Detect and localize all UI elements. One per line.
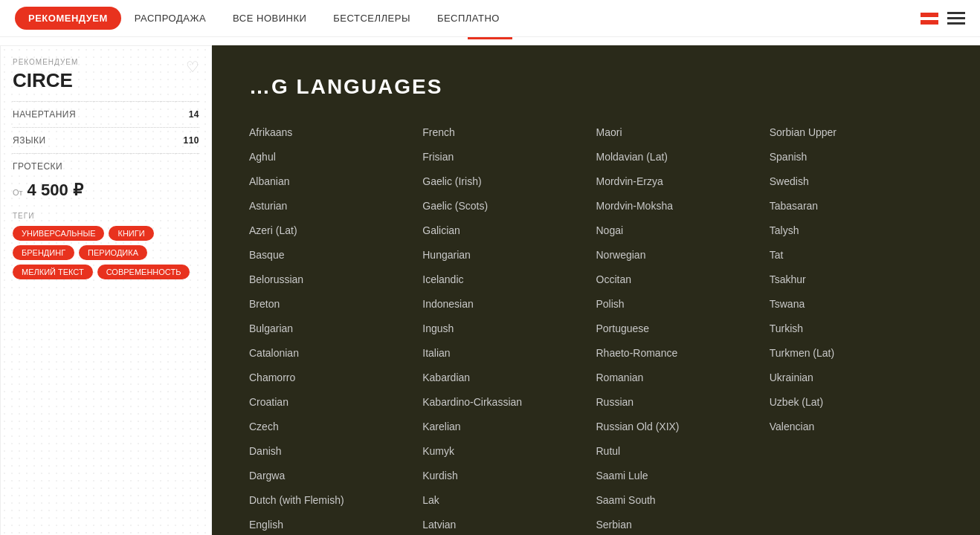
svg-rect-0 [921,13,938,17]
new-button[interactable]: ВСЕ НОВИНКИ [219,7,320,30]
language-item: Latvian [422,513,596,535]
lang-col-1: AfrikaansAghulAlbanianAsturianAzeri (Lat… [249,121,422,535]
heart-icon[interactable]: ♡ [186,58,199,76]
language-item: Swedish [770,170,943,193]
nav-bar: РЕКОМЕНДУЕМ РАСПРОДАЖА ВСЕ НОВИНКИ БЕСТС… [0,0,980,37]
languages-grid: AfrikaansAghulAlbanianAsturianAzeri (Lat… [249,121,943,535]
section-title-text: …G LANGUAGES [249,75,442,98]
svg-rect-5 [947,22,965,25]
lang-col-3: MaoriMoldavian (Lat)Mordvin-ErzyaMordvin… [596,121,770,535]
card-title: CIRCE [13,69,199,92]
flag-icon[interactable] [921,13,938,25]
language-item: Ingush [422,317,596,340]
svg-rect-3 [947,12,965,14]
tags-label: ТЕГИ [13,212,199,220]
language-item: Sorbian Upper [770,121,943,144]
card-row-specs1: НАЧЕРТАНИЯ 14 [13,106,199,123]
tag[interactable]: ПЕРИОДИКА [79,245,147,260]
language-item: Uzbek (Lat) [770,391,943,414]
card-divider-1 [13,101,199,102]
language-item: Maori [596,121,770,144]
language-item: Kabardino-Cirkassian [422,391,596,414]
language-item: Spanish [770,146,943,169]
tag[interactable]: КНИГИ [109,226,153,241]
tag[interactable]: СОВРЕМЕННОСТЬ [97,265,190,279]
language-item: Azeri (Lat) [249,219,422,242]
language-item: Serbian [596,513,770,535]
language-item: Galician [422,219,596,242]
language-item: Turkish [770,317,943,340]
card-price-row: От 4 500 ₽ [13,175,199,206]
left-panel: РЕКОМЕНДУЕМ CIRCE ♡ НАЧЕРТАНИЯ 14 ЯЗЫКИ … [0,45,212,535]
language-item: Rhaeto-Romance [596,342,770,365]
menu-icon[interactable] [947,12,965,25]
language-item: Polish [596,293,770,316]
language-item: Talysh [770,219,943,242]
language-item: Basque [249,244,422,267]
lang-col-2: FrenchFrisianGaelic (Irish)Gaelic (Scots… [422,121,596,535]
specs-value-1: 14 [189,109,199,120]
bestsellers-button[interactable]: БЕСТСЕЛЛЕРЫ [320,7,424,30]
tag[interactable]: БРЕНДИНГ [13,245,74,260]
right-panel: …G LANGUAGES AfrikaansAghulAlbanianAstur… [212,45,980,535]
language-item: Afrikaans [249,121,422,144]
svg-rect-1 [921,17,938,20]
language-item: Lak [422,489,596,512]
language-item: Frisian [422,146,596,169]
language-item: Kabardian [422,366,596,389]
language-item: English [249,513,422,535]
language-item: Dutch (with Flemish) [249,489,422,512]
free-button[interactable]: БЕСПЛАТНО [424,7,513,30]
tag[interactable]: МЕЛКИЙ ТЕКСТ [13,265,93,279]
language-item: Icelandic [422,268,596,291]
language-item: Breton [249,293,422,316]
specs-value-2: 110 [183,135,199,146]
language-item: Russian Old (XIX) [596,415,770,438]
section-title: …G LANGUAGES [249,75,943,99]
language-item: Tsakhur [770,268,943,291]
language-item: Gaelic (Irish) [422,170,596,193]
svg-rect-2 [921,20,938,25]
language-item: Nogai [596,219,770,242]
lang-col-4: Sorbian UpperSpanishSwedishTabasaranTaly… [770,121,943,535]
card-row-specs3: ГРОТЕСКИ [13,158,199,175]
language-item: Hungarian [422,244,596,267]
price-from: От [13,188,23,197]
language-item: Portuguese [596,317,770,340]
language-item: Moldavian (Lat) [596,146,770,169]
language-item: Tabasaran [770,195,943,218]
language-item: Danish [249,440,422,463]
price: 4 500 ₽ [28,181,83,200]
language-item: French [422,121,596,144]
specs-label-2: ЯЗЫКИ [13,135,46,146]
language-item: Chamorro [249,366,422,389]
language-item: Tswana [770,293,943,316]
language-item: Bulgarian [249,317,422,340]
card-divider-3 [13,153,199,154]
language-item: Kurdish [422,464,596,487]
language-item: Mordvin-Erzya [596,170,770,193]
language-item: Albanian [249,170,422,193]
sale-button[interactable]: РАСПРОДАЖА [121,7,219,30]
language-item: Norwegian [596,244,770,267]
language-item: Karelian [422,415,596,438]
language-item: Saami Lule [596,464,770,487]
language-item: Valencian [770,415,943,438]
nav-left: РЕКОМЕНДУЕМ РАСПРОДАЖА ВСЕ НОВИНКИ БЕСТС… [15,7,513,30]
language-item: Belorussian [249,268,422,291]
card-divider-2 [13,127,199,128]
language-item: Saami South [596,489,770,512]
language-item: Rutul [596,440,770,463]
language-item: Catalonian [249,342,422,365]
language-item: Czech [249,415,422,438]
language-item: Kumyk [422,440,596,463]
tag[interactable]: УНИВЕРСАЛЬНЫЕ [13,226,104,241]
accent-line [468,37,512,39]
language-item: Turkmen (Lat) [770,342,943,365]
language-item: Italian [422,342,596,365]
tags-row: УНИВЕРСАЛЬНЫЕКНИГИБРЕНДИНГПЕРИОДИКАМЕЛКИ… [13,226,199,279]
language-item: Ukrainian [770,366,943,389]
nav-right [921,12,965,25]
featured-button[interactable]: РЕКОМЕНДУЕМ [15,7,121,30]
language-item: Occitan [596,268,770,291]
